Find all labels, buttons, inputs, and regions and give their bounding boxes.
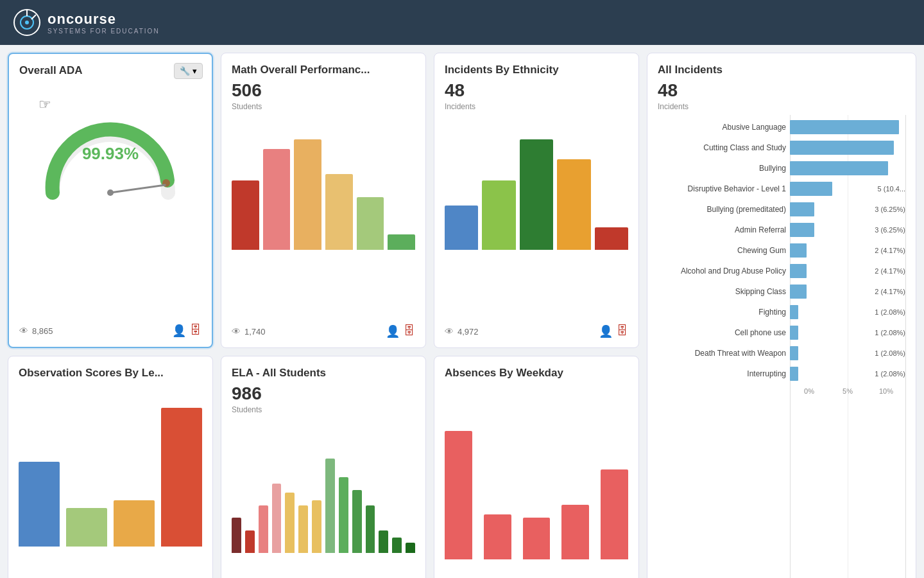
hbar-track xyxy=(790,202,868,216)
abs-group-1 xyxy=(445,431,472,559)
abs-group-2 xyxy=(484,514,511,559)
oncourse-logo-icon xyxy=(13,8,41,37)
hbar-row: Admin Referral3 (6.25%) xyxy=(658,223,905,237)
logo-text: oncourse SYSTEMS FOR EDUCATION xyxy=(47,11,160,35)
hbar-row: Abusive Language xyxy=(658,120,905,134)
eye-icon: 👁 xyxy=(445,326,454,337)
incidents-ethnicity-subtitle: Incidents xyxy=(445,102,628,111)
hbar-value: 1 (2.08%) xyxy=(875,308,905,316)
hbar-track xyxy=(790,161,899,175)
hbar-row: Interrupting1 (2.08%) xyxy=(658,367,905,381)
all-incidents-title: All Incidents xyxy=(658,64,723,76)
user-icon: 👤 xyxy=(599,324,613,338)
hbar-fill xyxy=(790,346,798,360)
math-perf-views: 1,740 xyxy=(244,327,266,337)
all-incidents-card: All Incidents 48 Incidents Abusive Langu… xyxy=(647,53,916,578)
hbar-value: 2 (4.17%) xyxy=(875,288,905,295)
hbar-fill xyxy=(790,243,807,258)
absences-chart xyxy=(445,392,628,559)
incidents-ethnicity-footer: 👁 4,972 👤 🗄 xyxy=(445,324,628,338)
math-perf-card: Math Overall Performanc... 506 Students … xyxy=(221,53,426,348)
db-icon: 🗄 xyxy=(404,324,415,338)
all-incidents-subtitle: Incidents xyxy=(658,102,905,111)
wrench-button[interactable]: 🔧 ▾ xyxy=(174,63,203,79)
bar-1 xyxy=(232,180,259,250)
hbar-fill xyxy=(790,305,798,319)
hbar-value: 1 (2.08%) xyxy=(875,349,905,357)
hbar-fill xyxy=(790,326,798,340)
hbar-label: Cell phone use xyxy=(658,328,786,337)
gauge-percent: 99.93% xyxy=(82,144,139,164)
ela-card: ELA - All Students 986 Students 👁 2,041 … xyxy=(221,356,426,578)
cursor-icon: ☞ xyxy=(38,96,51,113)
hbar-row: Cell phone use1 (2.08%) xyxy=(658,326,905,340)
hbar-track xyxy=(790,182,871,196)
hbar-fill xyxy=(790,182,832,196)
overall-ada-card: Overall ADA 🔧 ▾ ☞ 99.93% 👁 8,865 xyxy=(8,53,213,348)
obs-scores-card: Observation Scores By Le... 👁 2,359 👤 🗄 xyxy=(8,356,213,578)
ela-title: ELA - All Students xyxy=(232,367,326,379)
math-perf-title: Math Overall Performanc... xyxy=(232,64,370,76)
overall-ada-views: 8,865 xyxy=(32,326,53,336)
incidents-ethnicity-title: Incidents By Ethnicity xyxy=(445,64,559,76)
overall-ada-title: Overall ADA xyxy=(19,64,83,76)
hbar-row: Chewing Gum2 (4.17%) xyxy=(658,243,905,258)
hbar-row: Cutting Class and Study xyxy=(658,141,905,155)
hbar-value: 5 (10.4... xyxy=(878,185,905,193)
hbar-label: Abusive Language xyxy=(658,123,786,132)
hbar-track xyxy=(790,326,868,340)
hbar-label: Bullying (premeditated) xyxy=(658,205,786,214)
svg-line-3 xyxy=(31,15,36,19)
bar-red xyxy=(595,227,628,250)
hbar-label: Disruptive Behavior - Level 1 xyxy=(658,184,786,193)
obs-scores-title: Observation Scores By Le... xyxy=(19,367,164,379)
hbar-label: Fighting xyxy=(658,308,786,317)
obs-bars xyxy=(19,392,202,547)
math-perf-chart xyxy=(232,124,415,252)
bar-4 xyxy=(325,174,353,250)
hbar-axis: 0% 5% 10% xyxy=(790,387,905,395)
hbar-label: Interrupting xyxy=(658,369,786,378)
ela-chart xyxy=(232,427,415,556)
hbar-value: 3 (6.25%) xyxy=(875,226,905,234)
bar-2 xyxy=(263,149,291,250)
overall-ada-footer: 👁 8,865 👤 🗄 xyxy=(19,324,201,338)
svg-point-4 xyxy=(25,21,29,24)
hbar-row: Skipping Class2 (4.17%) xyxy=(658,285,905,299)
axis-5: 5% xyxy=(828,387,867,395)
bar-green1 xyxy=(482,180,515,250)
incidents-ethnicity-card: Incidents By Ethnicity 48 Incidents 👁 4,… xyxy=(434,53,639,348)
hbar-fill xyxy=(790,202,814,216)
incidents-ethnicity-count: 48 xyxy=(445,80,628,101)
footer-icons: 👤 🗄 xyxy=(172,324,201,338)
bar-blue xyxy=(445,206,478,250)
hbar-label: Death Threat with Weapon xyxy=(658,349,786,358)
hbar-fill xyxy=(790,264,807,278)
hbar-track xyxy=(790,141,899,155)
math-perf-count: 506 xyxy=(232,80,415,101)
hbar-track xyxy=(790,346,868,360)
obs-bar-orange xyxy=(114,500,155,547)
ela-subtitle: Students xyxy=(232,405,415,414)
math-perf-footer: 👁 1,740 👤 🗄 xyxy=(232,324,415,338)
hbar-track xyxy=(790,223,868,237)
logo-area: oncourse SYSTEMS FOR EDUCATION xyxy=(13,8,160,37)
hbar-rows-container: Abusive LanguageCutting Class and StudyB… xyxy=(658,120,905,381)
user-icon: 👤 xyxy=(386,324,400,338)
hbar-track xyxy=(790,264,868,278)
hbar-value: 3 (6.25%) xyxy=(875,206,905,213)
abs-group-5 xyxy=(601,469,628,559)
hbar-fill xyxy=(790,285,807,299)
axis-0: 0% xyxy=(790,387,828,395)
app-header: oncourse SYSTEMS FOR EDUCATION xyxy=(0,0,924,45)
bar-orange xyxy=(557,159,590,250)
hbar-label: Cutting Class and Study xyxy=(658,143,786,152)
db-icon: 🗄 xyxy=(617,324,628,338)
hbar-label: Alcohol and Drug Abuse Policy xyxy=(658,267,786,276)
hbar-row: Alcohol and Drug Abuse Policy2 (4.17%) xyxy=(658,264,905,278)
hbar-label: Skipping Class xyxy=(658,287,786,296)
bar-3 xyxy=(294,139,321,250)
obs-bar-green xyxy=(66,508,107,547)
all-incidents-chart: Abusive LanguageCutting Class and StudyB… xyxy=(658,118,905,395)
hbar-value: 2 (4.17%) xyxy=(875,267,905,275)
